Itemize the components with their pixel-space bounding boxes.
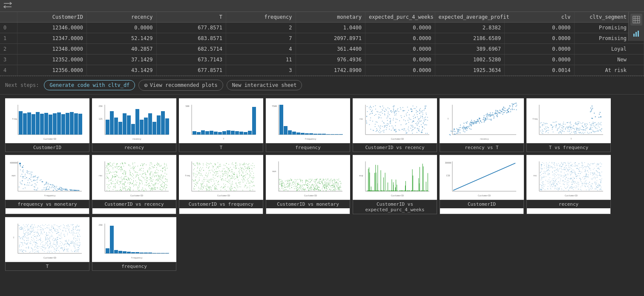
svg-point-2685 (419, 190, 420, 191)
svg-point-3622 (65, 244, 66, 244)
plot-label: recency (92, 143, 176, 152)
svg-text:250: 250 (98, 105, 102, 107)
svg-point-836 (563, 129, 564, 129)
svg-point-755 (567, 128, 568, 129)
svg-point-773 (540, 127, 541, 128)
svg-point-3307 (552, 168, 553, 169)
svg-point-196 (418, 119, 419, 120)
svg-point-3169 (542, 168, 543, 169)
svg-point-696 (590, 127, 591, 128)
col-monetary[interactable]: monetary (296, 12, 365, 23)
svg-point-434 (460, 124, 461, 125)
swap-icon[interactable] (3, 2, 12, 10)
table-view-icon[interactable] (630, 14, 642, 26)
cell-clv: 0.0000 (505, 23, 575, 33)
svg-rect-60 (227, 130, 230, 135)
svg-point-3342 (22, 236, 23, 237)
generate-code-button[interactable]: Generate code with cltv_df (44, 80, 135, 90)
svg-point-3319 (572, 179, 573, 180)
cell-clv: 0.0000 (505, 44, 575, 55)
svg-point-3385 (54, 251, 55, 252)
svg-point-114 (403, 119, 404, 120)
plot-thumbnail[interactable]: T500T (179, 98, 263, 152)
svg-point-3756 (27, 238, 28, 239)
svg-point-296 (377, 111, 377, 112)
svg-point-2856 (552, 181, 552, 181)
svg-point-3162 (597, 172, 598, 172)
svg-rect-56 (210, 131, 213, 135)
col-expected-avg-profit[interactable]: expected_average_profit (435, 12, 505, 23)
svg-point-814 (585, 126, 586, 126)
svg-point-3018 (561, 179, 561, 180)
col-clv[interactable]: clv (505, 12, 575, 23)
svg-point-937 (56, 187, 57, 188)
svg-rect-5 (633, 34, 635, 37)
new-sheet-button[interactable]: New interactive sheet (227, 80, 302, 90)
col-frequency[interactable]: frequency (226, 12, 296, 23)
svg-point-2797 (540, 180, 541, 181)
svg-point-896 (23, 165, 24, 166)
svg-point-2807 (555, 174, 556, 175)
svg-text:CustomerID: CustomerID (565, 194, 578, 197)
svg-point-2896 (550, 166, 551, 167)
plot-thumbnail[interactable]: 250125recencyrecency (92, 98, 176, 152)
svg-point-3266 (600, 181, 601, 182)
svg-point-2740 (554, 187, 555, 187)
plot-thumbnail[interactable]: freqTT vs frequency (526, 98, 611, 152)
plot-thumbnail[interactable]: recCustomerIDCustomerID vs recency (92, 155, 176, 214)
svg-point-3825 (55, 239, 56, 239)
svg-point-205 (419, 109, 420, 110)
svg-point-3062 (592, 179, 593, 180)
svg-point-3304 (566, 165, 567, 166)
plot-thumbnail[interactable]: 250frequencyfrequency (92, 217, 176, 271)
plot-thumbnail[interactable]: Trecencyrecency vs T (440, 98, 524, 152)
svg-point-3854 (40, 239, 40, 240)
svg-point-953 (36, 190, 37, 190)
plot-thumbnail[interactable]: monCustomerIDCustomerID vs monetary (266, 155, 350, 214)
svg-point-3816 (66, 251, 67, 252)
plot-thumbnail[interactable]: 7500frequencyfrequency (266, 98, 350, 152)
svg-point-3708 (51, 236, 52, 237)
svg-text:rec: rec (533, 174, 537, 177)
svg-point-168 (405, 130, 406, 131)
col-customerid[interactable]: CustomerID (17, 12, 87, 23)
svg-point-3147 (557, 187, 558, 188)
svg-point-3085 (553, 182, 554, 183)
svg-point-122 (381, 112, 382, 112)
plot-thumbnail[interactable]: recCustomerIDCustomerID vs recency (353, 98, 437, 152)
plot-thumbnail[interactable]: CustomerIDfreqCustomerID (5, 98, 89, 152)
plot-thumbnail[interactable]: expCustomerIDCustomerID vs expected_purc… (353, 155, 437, 214)
svg-point-3122 (547, 170, 548, 171)
plot-thumbnail[interactable]: TCustomerIDT (5, 217, 89, 271)
plot-thumbnail[interactable]: 400000monfrequencyfrequency vs monetary (5, 155, 89, 214)
plot-thumbnail[interactable]: 30000CIDCustomerIDCustomerID (440, 155, 524, 214)
col-recency[interactable]: recency (87, 12, 157, 23)
svg-point-3306 (593, 178, 594, 178)
col-T[interactable]: T (156, 12, 226, 23)
svg-point-668 (595, 126, 595, 126)
svg-point-2931 (550, 187, 551, 187)
view-plots-button[interactable]: ⊙ View recommended plots (138, 80, 223, 91)
svg-point-751 (574, 133, 575, 134)
svg-point-2861 (549, 162, 550, 163)
svg-rect-18 (49, 115, 52, 135)
svg-point-3203 (598, 164, 598, 164)
plot-thumbnail[interactable]: recCustomerIDrecency (526, 155, 611, 214)
svg-point-3375 (64, 244, 65, 245)
table-row: 3 12352.0000 37.1429 673.7143 11 976.493… (0, 55, 644, 65)
cell-recency: 37.1429 (87, 55, 157, 65)
svg-point-513 (486, 119, 486, 120)
svg-point-3465 (57, 229, 58, 230)
col-expected-purc[interactable]: expected_purc_4_weeks (365, 12, 435, 23)
svg-point-1030 (37, 177, 38, 178)
chart-view-icon[interactable] (630, 27, 642, 39)
svg-point-546 (495, 110, 496, 111)
svg-point-3109 (580, 173, 581, 174)
svg-point-3619 (42, 234, 43, 235)
plot-thumbnail[interactable]: freqCustomerIDCustomerID vs frequency (179, 155, 263, 214)
svg-point-3589 (30, 231, 31, 232)
svg-point-466 (472, 123, 473, 124)
svg-point-387 (389, 129, 390, 129)
svg-point-502 (483, 119, 484, 120)
svg-point-3441 (56, 243, 57, 244)
